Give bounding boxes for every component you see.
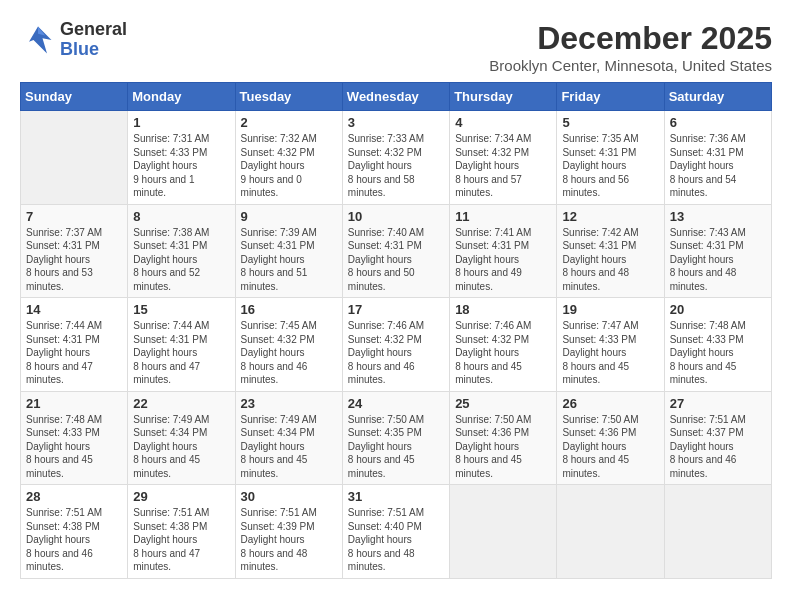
calendar-cell: 16 Sunrise: 7:45 AM Sunset: 4:32 PM Dayl… bbox=[235, 298, 342, 392]
day-header-saturday: Saturday bbox=[664, 83, 771, 111]
calendar-cell: 2 Sunrise: 7:32 AM Sunset: 4:32 PM Dayli… bbox=[235, 111, 342, 205]
day-info: Sunrise: 7:46 AM Sunset: 4:32 PM Dayligh… bbox=[455, 319, 551, 387]
day-info: Sunrise: 7:31 AM Sunset: 4:33 PM Dayligh… bbox=[133, 132, 229, 200]
day-info: Sunrise: 7:49 AM Sunset: 4:34 PM Dayligh… bbox=[241, 413, 337, 481]
calendar-cell: 1 Sunrise: 7:31 AM Sunset: 4:33 PM Dayli… bbox=[128, 111, 235, 205]
day-number: 29 bbox=[133, 489, 229, 504]
calendar-cell: 22 Sunrise: 7:49 AM Sunset: 4:34 PM Dayl… bbox=[128, 391, 235, 485]
day-info: Sunrise: 7:41 AM Sunset: 4:31 PM Dayligh… bbox=[455, 226, 551, 294]
day-number: 26 bbox=[562, 396, 658, 411]
calendar-cell: 9 Sunrise: 7:39 AM Sunset: 4:31 PM Dayli… bbox=[235, 204, 342, 298]
day-info: Sunrise: 7:48 AM Sunset: 4:33 PM Dayligh… bbox=[670, 319, 766, 387]
calendar-cell: 7 Sunrise: 7:37 AM Sunset: 4:31 PM Dayli… bbox=[21, 204, 128, 298]
day-number: 16 bbox=[241, 302, 337, 317]
day-header-monday: Monday bbox=[128, 83, 235, 111]
day-number: 27 bbox=[670, 396, 766, 411]
calendar-cell: 12 Sunrise: 7:42 AM Sunset: 4:31 PM Dayl… bbox=[557, 204, 664, 298]
day-number: 6 bbox=[670, 115, 766, 130]
location: Brooklyn Center, Minnesota, United State… bbox=[489, 57, 772, 74]
day-number: 15 bbox=[133, 302, 229, 317]
day-number: 18 bbox=[455, 302, 551, 317]
day-number: 11 bbox=[455, 209, 551, 224]
day-number: 12 bbox=[562, 209, 658, 224]
day-number: 3 bbox=[348, 115, 444, 130]
day-number: 31 bbox=[348, 489, 444, 504]
day-info: Sunrise: 7:51 AM Sunset: 4:38 PM Dayligh… bbox=[26, 506, 122, 574]
day-info: Sunrise: 7:45 AM Sunset: 4:32 PM Dayligh… bbox=[241, 319, 337, 387]
day-number: 24 bbox=[348, 396, 444, 411]
week-row-5: 28 Sunrise: 7:51 AM Sunset: 4:38 PM Dayl… bbox=[21, 485, 772, 579]
day-number: 9 bbox=[241, 209, 337, 224]
calendar-cell: 13 Sunrise: 7:43 AM Sunset: 4:31 PM Dayl… bbox=[664, 204, 771, 298]
calendar-cell: 11 Sunrise: 7:41 AM Sunset: 4:31 PM Dayl… bbox=[450, 204, 557, 298]
day-number: 5 bbox=[562, 115, 658, 130]
day-info: Sunrise: 7:32 AM Sunset: 4:32 PM Dayligh… bbox=[241, 132, 337, 200]
day-number: 4 bbox=[455, 115, 551, 130]
day-number: 1 bbox=[133, 115, 229, 130]
calendar-body: 1 Sunrise: 7:31 AM Sunset: 4:33 PM Dayli… bbox=[21, 111, 772, 579]
day-info: Sunrise: 7:44 AM Sunset: 4:31 PM Dayligh… bbox=[26, 319, 122, 387]
calendar-cell: 26 Sunrise: 7:50 AM Sunset: 4:36 PM Dayl… bbox=[557, 391, 664, 485]
title-block: December 2025 Brooklyn Center, Minnesota… bbox=[489, 20, 772, 74]
day-header-tuesday: Tuesday bbox=[235, 83, 342, 111]
day-header-sunday: Sunday bbox=[21, 83, 128, 111]
day-info: Sunrise: 7:50 AM Sunset: 4:36 PM Dayligh… bbox=[562, 413, 658, 481]
day-info: Sunrise: 7:44 AM Sunset: 4:31 PM Dayligh… bbox=[133, 319, 229, 387]
day-number: 17 bbox=[348, 302, 444, 317]
day-info: Sunrise: 7:37 AM Sunset: 4:31 PM Dayligh… bbox=[26, 226, 122, 294]
day-number: 25 bbox=[455, 396, 551, 411]
calendar-cell: 5 Sunrise: 7:35 AM Sunset: 4:31 PM Dayli… bbox=[557, 111, 664, 205]
day-header-friday: Friday bbox=[557, 83, 664, 111]
calendar-cell bbox=[21, 111, 128, 205]
day-number: 8 bbox=[133, 209, 229, 224]
calendar-cell: 4 Sunrise: 7:34 AM Sunset: 4:32 PM Dayli… bbox=[450, 111, 557, 205]
day-info: Sunrise: 7:51 AM Sunset: 4:39 PM Dayligh… bbox=[241, 506, 337, 574]
calendar-cell: 31 Sunrise: 7:51 AM Sunset: 4:40 PM Dayl… bbox=[342, 485, 449, 579]
calendar-cell: 29 Sunrise: 7:51 AM Sunset: 4:38 PM Dayl… bbox=[128, 485, 235, 579]
day-number: 28 bbox=[26, 489, 122, 504]
day-info: Sunrise: 7:42 AM Sunset: 4:31 PM Dayligh… bbox=[562, 226, 658, 294]
logo: General Blue bbox=[20, 20, 127, 60]
day-number: 13 bbox=[670, 209, 766, 224]
day-info: Sunrise: 7:48 AM Sunset: 4:33 PM Dayligh… bbox=[26, 413, 122, 481]
day-info: Sunrise: 7:36 AM Sunset: 4:31 PM Dayligh… bbox=[670, 132, 766, 200]
day-number: 19 bbox=[562, 302, 658, 317]
day-info: Sunrise: 7:47 AM Sunset: 4:33 PM Dayligh… bbox=[562, 319, 658, 387]
day-number: 2 bbox=[241, 115, 337, 130]
calendar-cell bbox=[557, 485, 664, 579]
calendar-cell: 20 Sunrise: 7:48 AM Sunset: 4:33 PM Dayl… bbox=[664, 298, 771, 392]
calendar-cell: 3 Sunrise: 7:33 AM Sunset: 4:32 PM Dayli… bbox=[342, 111, 449, 205]
week-row-2: 7 Sunrise: 7:37 AM Sunset: 4:31 PM Dayli… bbox=[21, 204, 772, 298]
day-number: 14 bbox=[26, 302, 122, 317]
week-row-3: 14 Sunrise: 7:44 AM Sunset: 4:31 PM Dayl… bbox=[21, 298, 772, 392]
day-info: Sunrise: 7:49 AM Sunset: 4:34 PM Dayligh… bbox=[133, 413, 229, 481]
calendar-cell: 6 Sunrise: 7:36 AM Sunset: 4:31 PM Dayli… bbox=[664, 111, 771, 205]
calendar-cell: 8 Sunrise: 7:38 AM Sunset: 4:31 PM Dayli… bbox=[128, 204, 235, 298]
day-number: 30 bbox=[241, 489, 337, 504]
calendar-cell bbox=[664, 485, 771, 579]
day-info: Sunrise: 7:33 AM Sunset: 4:32 PM Dayligh… bbox=[348, 132, 444, 200]
day-number: 20 bbox=[670, 302, 766, 317]
day-info: Sunrise: 7:34 AM Sunset: 4:32 PM Dayligh… bbox=[455, 132, 551, 200]
calendar-cell: 24 Sunrise: 7:50 AM Sunset: 4:35 PM Dayl… bbox=[342, 391, 449, 485]
day-number: 10 bbox=[348, 209, 444, 224]
page-header: General Blue December 2025 Brooklyn Cent… bbox=[20, 20, 772, 74]
calendar-cell: 15 Sunrise: 7:44 AM Sunset: 4:31 PM Dayl… bbox=[128, 298, 235, 392]
calendar-cell: 19 Sunrise: 7:47 AM Sunset: 4:33 PM Dayl… bbox=[557, 298, 664, 392]
calendar-header-row: SundayMondayTuesdayWednesdayThursdayFrid… bbox=[21, 83, 772, 111]
day-info: Sunrise: 7:43 AM Sunset: 4:31 PM Dayligh… bbox=[670, 226, 766, 294]
day-info: Sunrise: 7:50 AM Sunset: 4:35 PM Dayligh… bbox=[348, 413, 444, 481]
calendar-cell: 23 Sunrise: 7:49 AM Sunset: 4:34 PM Dayl… bbox=[235, 391, 342, 485]
day-header-thursday: Thursday bbox=[450, 83, 557, 111]
day-info: Sunrise: 7:46 AM Sunset: 4:32 PM Dayligh… bbox=[348, 319, 444, 387]
logo-text: General Blue bbox=[60, 20, 127, 60]
calendar-cell: 21 Sunrise: 7:48 AM Sunset: 4:33 PM Dayl… bbox=[21, 391, 128, 485]
calendar-cell: 10 Sunrise: 7:40 AM Sunset: 4:31 PM Dayl… bbox=[342, 204, 449, 298]
calendar-cell bbox=[450, 485, 557, 579]
day-header-wednesday: Wednesday bbox=[342, 83, 449, 111]
logo-icon bbox=[20, 22, 56, 58]
calendar-cell: 14 Sunrise: 7:44 AM Sunset: 4:31 PM Dayl… bbox=[21, 298, 128, 392]
calendar-table: SundayMondayTuesdayWednesdayThursdayFrid… bbox=[20, 82, 772, 579]
day-number: 22 bbox=[133, 396, 229, 411]
calendar-cell: 28 Sunrise: 7:51 AM Sunset: 4:38 PM Dayl… bbox=[21, 485, 128, 579]
